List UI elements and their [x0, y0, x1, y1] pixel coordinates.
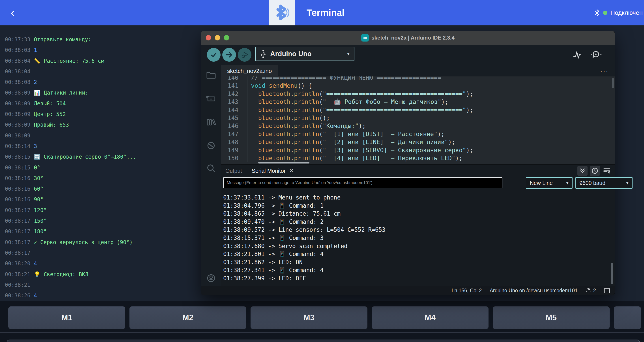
- code-token: );: [456, 155, 463, 161]
- m-button[interactable]: M1: [8, 306, 125, 329]
- line-ending-select[interactable]: New Line ▾: [526, 177, 572, 189]
- search-icon[interactable]: [206, 163, 216, 174]
- m-button[interactable]: M4: [372, 306, 488, 329]
- window-title: sketch_nov2a | Arduino IDE 2.3.4: [372, 35, 454, 41]
- tab-sketch[interactable]: sketch_nov2a.ino: [221, 65, 278, 76]
- log-timestamp: 00:38:15: [5, 164, 30, 175]
- line-number: 141: [221, 82, 238, 90]
- log-message: 4: [34, 260, 37, 271]
- code-token: ();: [319, 114, 330, 121]
- close-icon[interactable]: ✕: [289, 168, 294, 174]
- log-message: 180°: [34, 228, 47, 239]
- code-text: bluetooth.println("Команды:");: [247, 122, 366, 130]
- code-token: (: [319, 131, 323, 137]
- code-token: [251, 90, 258, 97]
- upload-button[interactable]: [222, 48, 236, 62]
- code-line: 145 bluetooth.println();: [221, 114, 615, 122]
- account-icon[interactable]: [206, 273, 216, 283]
- code-text: bluetooth.println(" [1] или [DIST] – Рас…: [247, 130, 444, 138]
- board-port-status: Arduino Uno on /dev/cu.usbmodem101: [490, 288, 578, 294]
- log-timestamp: 00:38:17: [5, 207, 30, 218]
- log-timestamp: 00:38:04: [5, 58, 30, 69]
- code-token: bluetooth: [258, 98, 290, 105]
- m-button[interactable]: M2: [130, 306, 246, 329]
- code-token: .: [290, 98, 294, 105]
- chevron-down-icon: ▾: [347, 51, 350, 57]
- log-timestamp: 00:38:17: [5, 218, 30, 228]
- code-token: .: [290, 114, 294, 121]
- notifications[interactable]: 2: [586, 288, 596, 294]
- back-button[interactable]: ‹: [10, 4, 15, 21]
- log-message: 30°: [34, 175, 44, 186]
- code-text: void sendMenu() {: [247, 82, 312, 90]
- log-timestamp: 00:38:15: [5, 154, 30, 164]
- code-token: );: [441, 98, 448, 105]
- code-line: 143 bluetooth.println(" 🤖 Робот Фобо – М…: [221, 98, 615, 106]
- code-token: (: [319, 90, 323, 97]
- bottom-input-bar[interactable]: [6, 339, 640, 342]
- log-timestamp: 00:38:17: [5, 228, 30, 239]
- code-token: bluetooth: [258, 90, 290, 97]
- code-token: bluetooth: [258, 155, 290, 161]
- library-manager-icon[interactable]: [206, 117, 216, 127]
- verify-button[interactable]: [207, 48, 220, 62]
- debug-button[interactable]: [238, 48, 252, 62]
- serial-plotter-icon[interactable]: [572, 50, 582, 60]
- serial-line: 01:38:15.371 -> 📱 Command: 3: [223, 234, 386, 242]
- vertical-scrollbar[interactable]: [612, 78, 614, 88]
- bluetooth-logo-icon: [274, 5, 290, 21]
- code-token: " [3] или [SERVO] – Сканирование серво": [323, 147, 466, 153]
- log-timestamp: 00:38:09: [5, 122, 30, 132]
- serial-message-input[interactable]: [223, 177, 502, 188]
- clear-output-icon[interactable]: [602, 166, 612, 176]
- horizontal-scrollbar[interactable]: [258, 162, 310, 163]
- log-message: 📊 Датчики линии:: [34, 90, 88, 100]
- log-timestamp: 00:38:21: [5, 282, 30, 292]
- code-token: // ================== ФУНКЦИЯ МЕНЮ =====…: [251, 76, 441, 81]
- code-token: );: [466, 106, 473, 113]
- debug-disabled-icon[interactable]: [206, 140, 216, 151]
- code-token: println: [294, 138, 319, 145]
- m-button[interactable]: M5: [493, 306, 610, 329]
- serial-line: 01:38:04.796 -> 📱 Command: 1: [223, 202, 386, 210]
- ide-activity-bar: [201, 65, 221, 286]
- code-token: println: [294, 114, 319, 121]
- log-message: 3: [34, 143, 37, 154]
- serial-line: 01:38:09.572 -> Line sensors: L=504 C=55…: [223, 226, 386, 234]
- code-token: println: [294, 131, 319, 137]
- tab-serial-monitor[interactable]: Serial Monitor ✕: [252, 168, 294, 174]
- code-token: " [2] или [LINE] – Датчики линии": [323, 138, 448, 145]
- m-button[interactable]: M3: [250, 306, 368, 329]
- serial-line: 01:38:21.862 -> LED: ON: [223, 258, 386, 266]
- board-selector[interactable]: Arduino Uno ▾: [255, 47, 354, 61]
- log-timestamp: 00:38:08: [5, 79, 30, 90]
- code-token: " 🤖 Робот Фобо – Меню датчиков": [323, 98, 441, 105]
- boards-manager-icon[interactable]: [206, 94, 216, 104]
- timestamp-toggle-icon[interactable]: [590, 166, 600, 176]
- line-number: 147: [221, 130, 238, 138]
- code-text: bluetooth.println(" [4] или [LED] – Пере…: [247, 154, 462, 162]
- code-token: (: [319, 98, 323, 105]
- code-line: 144 bluetooth.println("=================…: [221, 106, 615, 114]
- serial-monitor-icon[interactable]: [590, 50, 602, 60]
- log-message: Левый: 504: [34, 101, 66, 111]
- m-button-label: M2: [182, 313, 194, 322]
- code-token: (: [319, 138, 323, 145]
- log-timestamp: 00:38:16: [5, 186, 30, 196]
- log-timestamp: 00:38:16: [5, 175, 30, 186]
- tab-options-icon[interactable]: ···: [600, 65, 609, 76]
- serial-scrollbar[interactable]: [611, 263, 613, 284]
- status-label: Подключен: [610, 9, 643, 16]
- sketchbook-folder-icon[interactable]: [206, 70, 216, 80]
- baud-rate-select[interactable]: 9600 baud ▾: [576, 177, 632, 189]
- code-lines: 140 // ================== ФУНКЦИЯ МЕНЮ =…: [221, 76, 615, 162]
- code-token: [251, 122, 258, 129]
- tab-output[interactable]: Output: [226, 168, 242, 174]
- macro-button-bar: M1 M2 M3 M4 M5: [0, 301, 644, 342]
- code-editor[interactable]: 140 // ================== ФУНКЦИЯ МЕНЮ =…: [221, 76, 615, 164]
- m-button-partial[interactable]: [614, 306, 641, 329]
- scroll-to-bottom-icon[interactable]: [578, 166, 588, 176]
- code-text: bluetooth.println();: [247, 114, 330, 122]
- toggle-panel-icon[interactable]: [604, 288, 610, 294]
- code-token: println: [294, 147, 319, 153]
